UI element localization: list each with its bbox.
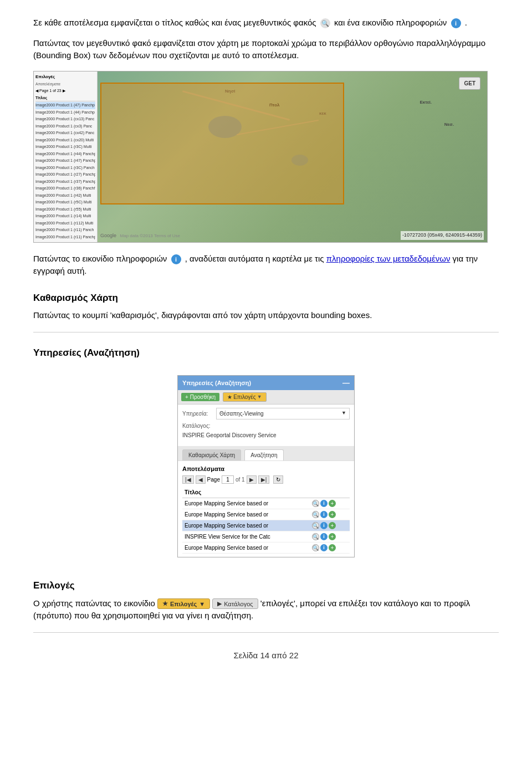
- result-actions-cell: 🔍 i +: [310, 498, 350, 509]
- add-row-icon[interactable]: +: [329, 544, 336, 551]
- list-item[interactable]: Image2000 Product 1 (47) Panchр: [35, 102, 95, 109]
- list-item[interactable]: Image2000 Product 1 (cx13) Panc: [35, 116, 95, 123]
- list-item[interactable]: Image2000 Product 1 (r55) Multi: [35, 206, 95, 213]
- list-item[interactable]: Image2000 Product 1 (r14) Multi: [35, 213, 95, 220]
- pager-first-button[interactable]: |◀: [182, 475, 194, 484]
- pager-next[interactable]: ▶: [63, 88, 65, 94]
- catalog-button[interactable]: ▶ Κατάλογος: [212, 598, 258, 609]
- add-row-icon[interactable]: +: [329, 533, 336, 540]
- left-panel-title: Επιλογές: [35, 74, 95, 80]
- list-item[interactable]: Image2000 Product 1 (r42) Multi: [35, 192, 95, 199]
- list-item[interactable]: Image2000 Product 1 (44) Panchр: [35, 109, 95, 116]
- google-logo: Google Map data ©2013 Terms of Use: [100, 232, 180, 240]
- add-button[interactable]: + Προσθήκη: [181, 393, 219, 401]
- info-icon-2: i: [171, 254, 181, 264]
- services-body: Υπηρεσία: Θέσαπης-Viewing ▼ Κατάλογος: I…: [178, 405, 354, 446]
- services-panel-titlebar: Υπηρεσίες (Αναζήτηση) —: [178, 376, 354, 390]
- service-dropdown-icon: ▼: [341, 409, 346, 417]
- pager-label: Page 1 of 23: [39, 88, 62, 94]
- map-get-button[interactable]: GET: [459, 77, 480, 90]
- info-icon[interactable]: i: [320, 500, 328, 507]
- pager-of-label: of 1: [236, 475, 245, 484]
- row-icons: 🔍 i +: [312, 533, 347, 540]
- left-panel-pager: ◀ Page 1 of 23 ▶: [35, 88, 95, 94]
- magnify-icon[interactable]: 🔍: [312, 544, 319, 551]
- info-icon[interactable]: i: [320, 511, 328, 518]
- table-row: INSPIRE View Service for the Catc 🔍 i +: [182, 531, 350, 542]
- service-value-text: Θέσαπης-Viewing: [219, 409, 264, 418]
- list-item[interactable]: Image2000 Product 1 (r36) Panchf: [35, 185, 95, 192]
- epilogi-inline-buttons: ★ Επιλογές ▼ ▶ Κατάλογος: [157, 598, 258, 609]
- map-label-4: Εκτεί.: [420, 99, 432, 106]
- left-panel-col-title: Τίτλος: [35, 95, 95, 102]
- list-item[interactable]: Image2000 Product 1 (r112) Multi: [35, 220, 95, 227]
- footer: Σελίδα 14 από 22: [33, 649, 499, 662]
- google-text: Google: [100, 233, 116, 238]
- pager-prev-button[interactable]: ◀: [196, 475, 206, 484]
- col-title: Τίτλος: [182, 487, 310, 498]
- tab-clean-map[interactable]: Καθαρισμός Χάρτη: [182, 449, 241, 460]
- magnify-icon[interactable]: 🔍: [312, 533, 319, 540]
- pager-last-button[interactable]: ▶|: [258, 475, 270, 484]
- results-title: Αποτελέσματα: [182, 464, 350, 474]
- options-star-icon: ★: [227, 394, 232, 400]
- results-table: Τίτλος Europe Mapping Service based or 🔍…: [182, 487, 350, 554]
- services-close-button[interactable]: —: [342, 377, 350, 388]
- add-row-icon[interactable]: +: [329, 500, 336, 507]
- metadata-link[interactable]: πληροφορίες των μεταδεδομένων: [326, 254, 451, 263]
- info-icon-inline: i: [451, 18, 461, 28]
- list-item[interactable]: Image2000 Product 1 (cx42) Panc: [35, 130, 95, 137]
- magnify-icon[interactable]: 🔍: [312, 511, 319, 518]
- table-row: Europe Mapping Service based or 🔍 i +: [182, 498, 350, 509]
- list-item[interactable]: Image2000 Product 1 (r11) Panchр: [35, 234, 95, 241]
- metadata-text-start: Πατώντας το εικονίδιο πληροφοριών: [33, 254, 167, 263]
- catalog-icon: ▶: [217, 600, 222, 607]
- intro-paragraph-1: Σε κάθε αποτέλεσμα εμφανίζεται ο τίτλος …: [33, 17, 499, 29]
- add-row-icon[interactable]: +: [329, 511, 336, 518]
- refresh-button[interactable]: ↻: [273, 475, 283, 484]
- epilogi-button[interactable]: ★ Επιλογές ▼: [157, 598, 210, 609]
- map-screenshot: Νησί Πτολ κεκ Εκτεί. Νεσ. Επιλογές Αποτε…: [33, 71, 488, 243]
- services-section-heading: Υπηρεσίες (Αναζήτηση): [33, 346, 499, 360]
- epilogi-chevron-icon: ▼: [199, 601, 205, 607]
- info-icon[interactable]: i: [320, 522, 328, 529]
- list-item[interactable]: Image2000 Product 1 (cx20) Multi: [35, 137, 95, 144]
- result-actions-cell: 🔍 i +: [310, 542, 350, 554]
- service-field-value[interactable]: Θέσαπης-Viewing ▼: [216, 408, 350, 419]
- catalog-value: INSPIRE Geoportal Discovery Service: [182, 431, 350, 439]
- options-button[interactable]: ★ Επιλογές ▼: [223, 392, 266, 402]
- pager-page-input[interactable]: [222, 475, 234, 484]
- result-title-cell: Europe Mapping Service based or: [182, 509, 310, 520]
- section-divider-2: [33, 632, 499, 633]
- services-pager: |◀ ◀ Page of 1 ▶ ▶| ↻: [182, 475, 350, 484]
- add-row-icon[interactable]: +: [329, 522, 336, 529]
- magnify-icon[interactable]: 🔍: [312, 522, 319, 529]
- pager-next-button[interactable]: ▶: [247, 475, 257, 484]
- service-field-row: Υπηρεσία: Θέσαπης-Viewing ▼: [182, 408, 350, 419]
- list-item[interactable]: Image2000 Product 1 (r11) Panch: [35, 227, 95, 234]
- service-field-label: Υπηρεσία:: [182, 409, 213, 418]
- list-item[interactable]: Image2000 Product 1 (r3C) Multi: [35, 144, 95, 151]
- result-actions-cell: 🔍 i +: [310, 509, 350, 520]
- info-icon[interactable]: i: [320, 544, 328, 551]
- intro-text-dot: .: [465, 18, 467, 27]
- epilogi-text-before: Ο χρήστης πατώντας το εικονίδιο: [33, 598, 155, 608]
- result-actions-cell: 🔍 i +: [310, 520, 350, 531]
- pager-prev[interactable]: ◀: [35, 88, 38, 94]
- list-item[interactable]: Image2000 Product 1 (r44) Panchр: [35, 151, 95, 158]
- list-item[interactable]: Image2000 Product 1 (r11) Panchf: [35, 240, 95, 242]
- info-icon[interactable]: i: [320, 533, 328, 540]
- clean-map-heading: Καθαρισμός Χάρτη: [33, 291, 499, 305]
- result-title-cell: Europe Mapping Service based or: [182, 520, 310, 531]
- tab-search[interactable]: Αναζήτηση: [244, 449, 283, 460]
- list-item[interactable]: Image2000 Product 1 (r5C) Multi: [35, 199, 95, 206]
- list-item[interactable]: Image2000 Product 1 (r37) Panchр: [35, 178, 95, 186]
- left-panel-results: Αποτελέσματα: [35, 81, 95, 88]
- result-title-cell: Europe Mapping Service based or: [182, 498, 310, 509]
- magnify-icon[interactable]: 🔍: [312, 500, 319, 507]
- list-item[interactable]: Image2000 Product 1 (r3C) Panch: [35, 165, 95, 172]
- list-item[interactable]: Image2000 Product 1 (cx3) Panc: [35, 123, 95, 130]
- list-item[interactable]: Image2000 Product 1 (r47) Panchр: [35, 157, 95, 165]
- bounding-box-overlay: [100, 83, 344, 204]
- list-item[interactable]: Image2000 Product 1 (r27) Panchр: [35, 171, 95, 178]
